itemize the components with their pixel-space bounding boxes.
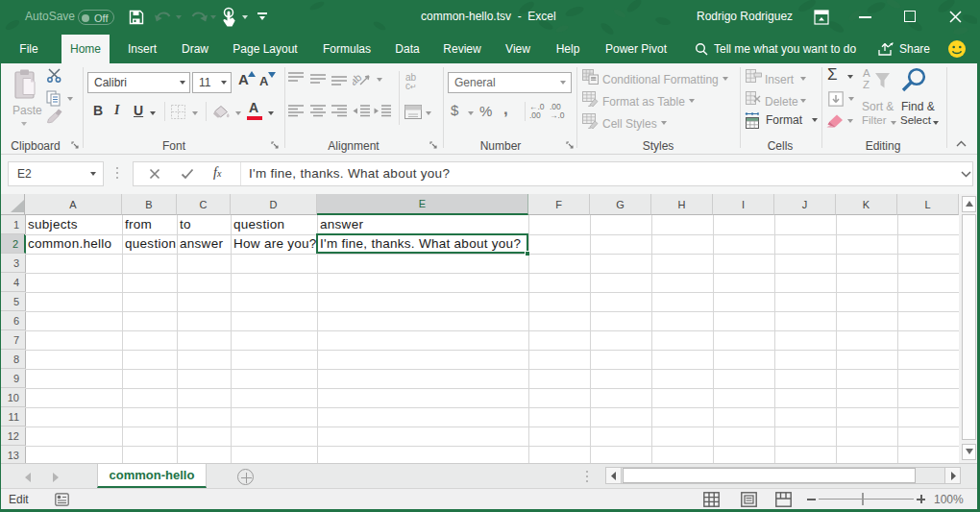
svg-text:ab: ab	[353, 71, 364, 86]
